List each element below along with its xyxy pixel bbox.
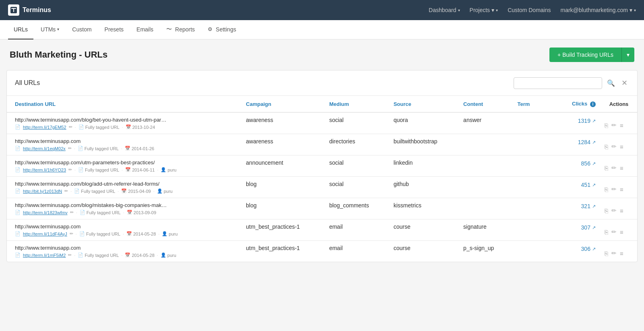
col-term[interactable]: Term	[514, 96, 557, 112]
tab-emails[interactable]: Emails	[131, 20, 159, 39]
copy-icon[interactable]: ⎘	[605, 143, 608, 150]
page-title: Bluth Marketing - URLs	[10, 50, 107, 60]
urls-table: Destination URL Campaign Medium Source C…	[7, 96, 637, 262]
calendar-icon: 📅	[121, 188, 127, 194]
page-header: Bluth Marketing - URLs + Build Tracking …	[0, 39, 644, 70]
calendar-icon: 📅	[127, 210, 132, 215]
clicks-count[interactable]: 307	[581, 224, 590, 231]
short-link-icon: 📄	[15, 124, 21, 130]
clicks-count[interactable]: 306	[581, 246, 590, 252]
dest-url-meta: 📄 http://term.li/11dF4AyJ ✏ · 📄 Fully ta…	[15, 231, 238, 236]
col-destination[interactable]: Destination URL	[7, 96, 242, 112]
clicks-cell: 1319 ↗	[557, 112, 601, 134]
clicks-count[interactable]: 856	[581, 160, 590, 167]
search-close-button[interactable]: ✕	[620, 77, 629, 89]
short-link[interactable]: http://term.li/17gEM52	[23, 125, 66, 130]
settings-icon: ⚙	[208, 26, 213, 32]
copy-icon[interactable]: ⎘	[605, 229, 608, 236]
short-link[interactable]: http://term.li/1823wfmv	[23, 210, 68, 215]
edit-short-link-icon[interactable]: ✏	[68, 252, 72, 258]
short-link[interactable]: http://term.li/11dF4AyJ	[23, 232, 67, 236]
actions-cell: ⎘ ✏ ≡	[601, 112, 637, 134]
source-cell: course	[390, 219, 459, 241]
more-icon[interactable]: ≡	[620, 165, 623, 172]
clicks-count[interactable]: 451	[581, 182, 590, 188]
edit-short-link-icon[interactable]: ✏	[68, 167, 72, 172]
tab-urls[interactable]: URLs	[8, 20, 33, 39]
copy-icon[interactable]: ⎘	[605, 250, 608, 257]
table-row: http://www.terminusapp.com 📄 http://term…	[7, 241, 637, 262]
more-icon[interactable]: ≡	[620, 229, 623, 236]
build-tracking-urls-button[interactable]: + Build Tracking URLs	[549, 48, 621, 62]
tagged-url-icon: 📄	[78, 124, 84, 130]
fully-tagged-url[interactable]: 📄 Fully tagged URL	[80, 210, 121, 215]
fully-tagged-url[interactable]: 📄 Fully tagged URL	[78, 252, 119, 258]
edit-icon[interactable]: ✏	[611, 122, 617, 129]
edit-icon[interactable]: ✏	[611, 186, 617, 193]
short-link[interactable]: http://term.li/1mF5iM2	[23, 253, 66, 258]
clicks-count[interactable]: 1319	[578, 118, 590, 124]
tab-custom[interactable]: Custom	[66, 20, 97, 39]
edit-icon[interactable]: ✏	[611, 228, 617, 236]
col-source[interactable]: Source	[390, 96, 459, 112]
copy-icon[interactable]: ⎘	[605, 165, 608, 172]
more-icon[interactable]: ≡	[620, 250, 623, 257]
nav-projects[interactable]: Projects ▾	[470, 7, 498, 13]
tab-utms[interactable]: UTMs ▾	[35, 20, 65, 39]
short-link[interactable]: http://bit.ly/1z013dN	[23, 189, 62, 194]
more-icon[interactable]: ≡	[620, 186, 623, 193]
fully-tagged-url[interactable]: 📄 Fully tagged URL	[74, 188, 115, 194]
build-tracking-urls-dropdown[interactable]: ▾	[621, 48, 634, 62]
nav-user-menu[interactable]: mark@bluthmarketing.com ▾	[561, 7, 636, 13]
tagged-url-icon: 📄	[80, 210, 85, 215]
dest-url: http://www.terminusapp.com	[15, 223, 168, 230]
col-clicks[interactable]: Clicks i	[557, 96, 601, 112]
edit-short-link-icon[interactable]: ✏	[68, 146, 72, 151]
edit-icon[interactable]: ✏	[611, 250, 617, 257]
fully-tagged-url[interactable]: 📄 Fully tagged URL	[78, 124, 120, 130]
col-campaign[interactable]: Campaign	[242, 96, 325, 112]
search-input[interactable]	[514, 77, 602, 89]
short-link-icon: 📄	[15, 167, 21, 172]
medium-cell: social	[325, 177, 390, 198]
user-badge: 👤 puru	[161, 252, 176, 258]
campaign-cell: blog	[242, 198, 325, 219]
clicks-count[interactable]: 1284	[578, 139, 590, 145]
nav-custom-domains[interactable]: Custom Domains	[508, 7, 551, 13]
copy-icon[interactable]: ⎘	[605, 207, 608, 214]
dest-url: http://www.terminusapp.com/utm-parameter…	[15, 159, 168, 166]
tab-reports[interactable]: 〜 Reports	[161, 20, 200, 39]
copy-icon[interactable]: ⎘	[605, 186, 608, 193]
edit-icon[interactable]: ✏	[611, 207, 617, 214]
tab-presets[interactable]: Presets	[99, 20, 129, 39]
date-badge: 📅 2014-05-28	[125, 252, 154, 258]
short-link-icon: 📄	[15, 210, 21, 215]
fully-tagged-url[interactable]: 📄 Fully tagged URL	[79, 231, 120, 236]
clicks-count[interactable]: 321	[581, 203, 590, 209]
tab-settings[interactable]: ⚙ Settings	[202, 20, 242, 39]
edit-short-link-icon[interactable]: ✏	[70, 210, 74, 215]
edit-icon[interactable]: ✏	[611, 164, 617, 172]
fully-tagged-url[interactable]: 📄 Fully tagged URL	[78, 167, 119, 172]
edit-short-link-icon[interactable]: ✏	[70, 231, 73, 236]
logo-icon	[8, 4, 19, 16]
edit-short-link-icon[interactable]: ✏	[64, 188, 68, 194]
more-icon[interactable]: ≡	[620, 207, 623, 214]
short-link[interactable]: http://term.li/1h6YO23	[23, 168, 66, 172]
more-icon[interactable]: ≡	[620, 143, 623, 150]
more-icon[interactable]: ≡	[620, 122, 623, 129]
col-content[interactable]: Content	[459, 96, 513, 112]
fully-tagged-url[interactable]: 📄 Fully tagged URL	[78, 146, 119, 151]
search-button[interactable]: 🔍	[605, 78, 617, 89]
dest-url-meta: 📄 http://term.li/1823wfmv ✏ · 📄 Fully ta…	[15, 210, 238, 215]
user-icon: 👤	[162, 231, 167, 236]
clicks-cell: 307 ↗	[557, 219, 601, 241]
copy-icon[interactable]: ⎘	[605, 122, 608, 129]
logo[interactable]: Terminus	[8, 4, 51, 16]
col-medium[interactable]: Medium	[325, 96, 390, 112]
edit-icon[interactable]: ✏	[611, 143, 617, 150]
short-link[interactable]: http://term.li/1eqM02x	[23, 146, 66, 151]
content-cell: answer	[459, 112, 513, 134]
nav-dashboard[interactable]: Dashboard	[429, 7, 460, 13]
edit-short-link-icon[interactable]: ✏	[69, 124, 72, 130]
